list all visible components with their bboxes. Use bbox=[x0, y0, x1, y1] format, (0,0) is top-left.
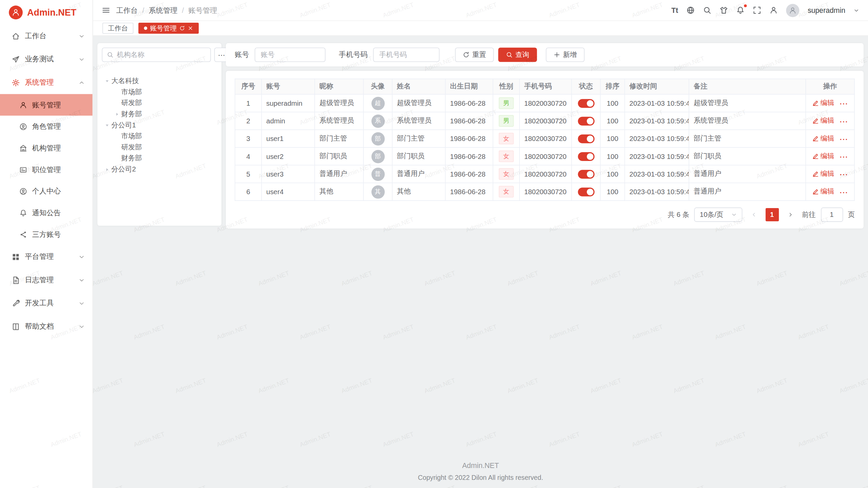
row-more-button[interactable]: ··· bbox=[840, 171, 848, 179]
user-avatar: 普 bbox=[371, 167, 384, 181]
sidebar-item-workbench[interactable]: 工作台 bbox=[0, 24, 93, 48]
row-more-button[interactable]: ··· bbox=[840, 189, 848, 197]
avatar[interactable] bbox=[786, 4, 799, 17]
org-search-input[interactable] bbox=[117, 51, 206, 59]
theme-icon[interactable] bbox=[720, 6, 728, 14]
edit-button[interactable]: 编辑 bbox=[812, 187, 834, 196]
tree-node[interactable]: 分公司1 bbox=[102, 120, 217, 131]
fullscreen-icon[interactable] bbox=[753, 6, 761, 14]
avatar-cell: 部 bbox=[363, 147, 392, 165]
close-icon[interactable] bbox=[188, 25, 193, 31]
row-more-button[interactable]: ··· bbox=[840, 118, 848, 126]
sidebar-item-help-docs[interactable]: 帮助文档 bbox=[0, 315, 93, 338]
prev-page-button[interactable] bbox=[747, 208, 760, 221]
row-more-button[interactable]: ··· bbox=[840, 136, 848, 144]
search-button[interactable]: 查询 bbox=[498, 47, 537, 62]
no-cell: 4 bbox=[235, 147, 261, 165]
language-icon[interactable] bbox=[687, 6, 695, 14]
add-button[interactable]: 新增 bbox=[546, 47, 585, 62]
logo[interactable]: Admin.NET bbox=[0, 0, 93, 24]
avatar-cell: 超 bbox=[363, 94, 392, 112]
sidebar-item-third-party-account[interactable]: 三方账号 bbox=[0, 224, 93, 245]
sidebar-item-system-management[interactable]: 系统管理 bbox=[0, 71, 93, 94]
next-page-button[interactable] bbox=[784, 208, 797, 221]
tab-account-management[interactable]: 账号管理 bbox=[138, 23, 199, 34]
tree-node-label: 市场部 bbox=[121, 131, 142, 141]
tree-node[interactable]: 市场部 bbox=[102, 130, 217, 142]
sidebar-item-log-management[interactable]: 日志管理 bbox=[0, 268, 93, 292]
sidebar-item-personal-center[interactable]: 个人中心 bbox=[0, 180, 93, 202]
breadcrumb-item-system[interactable]: 系统管理 bbox=[149, 5, 178, 15]
tab-label: 工作台 bbox=[108, 23, 128, 33]
avatar-cell: 普 bbox=[363, 165, 392, 183]
account-filter-input[interactable] bbox=[255, 47, 326, 62]
row-more-button[interactable]: ··· bbox=[840, 154, 848, 161]
menu-search-icon[interactable] bbox=[703, 6, 711, 14]
tree-node[interactable]: 研发部 bbox=[102, 142, 217, 153]
page-size-value: 10条/页 bbox=[700, 210, 723, 220]
caret-open-icon[interactable] bbox=[105, 77, 110, 85]
tree-node[interactable]: 分公司2 bbox=[102, 164, 217, 175]
sidebar-item-dev-tools[interactable]: 开发工具 bbox=[0, 291, 93, 315]
tree-node[interactable]: 财务部 bbox=[102, 153, 217, 164]
sidebar-item-org-management[interactable]: 机构管理 bbox=[0, 137, 93, 159]
status-toggle[interactable] bbox=[578, 169, 594, 178]
status-toggle[interactable] bbox=[578, 99, 594, 107]
tabs-bar: 工作台账号管理 bbox=[93, 21, 868, 36]
refresh-icon[interactable] bbox=[179, 25, 185, 31]
phone-cell: 18020030720 bbox=[519, 130, 571, 147]
tree-node-label: 市场部 bbox=[121, 87, 142, 97]
caret-closed-icon[interactable] bbox=[103, 167, 111, 172]
phone-filter-input[interactable] bbox=[373, 47, 439, 62]
row-more-button[interactable]: ··· bbox=[840, 100, 848, 108]
tree-node[interactable]: 财务部 bbox=[102, 108, 217, 120]
sidebar-item-account-management[interactable]: 账号管理 bbox=[0, 94, 93, 116]
remark-cell: 部门主管 bbox=[689, 130, 806, 147]
sidebar-item-role-management[interactable]: 角色管理 bbox=[0, 116, 93, 137]
toggle-knob bbox=[587, 135, 593, 142]
table-header-row: 序号账号昵称头像姓名出生日期性别手机号码状态排序修改时间备注操作 bbox=[235, 79, 854, 95]
name-cell: 其他 bbox=[392, 183, 446, 201]
sidebar-menu: 工作台业务测试系统管理账号管理角色管理机构管理职位管理个人中心通知公告三方账号平… bbox=[0, 24, 93, 338]
edit-button[interactable]: 编辑 bbox=[812, 116, 834, 125]
chevron-right-icon bbox=[787, 212, 793, 217]
goto-page-input[interactable] bbox=[821, 207, 843, 222]
status-toggle[interactable] bbox=[578, 117, 594, 125]
page-size-select[interactable]: 10条/页 bbox=[694, 207, 742, 222]
tab-workbench[interactable]: 工作台 bbox=[102, 23, 133, 34]
status-toggle[interactable] bbox=[578, 134, 594, 143]
tree-node[interactable]: 研发部 bbox=[102, 97, 217, 108]
edit-button[interactable]: 编辑 bbox=[812, 151, 834, 161]
edit-button[interactable]: 编辑 bbox=[812, 98, 834, 108]
logo-icon bbox=[9, 5, 23, 19]
page-1-button[interactable]: 1 bbox=[765, 208, 778, 221]
sidebar-item-business-test[interactable]: 业务测试 bbox=[0, 47, 93, 71]
caret-closed-icon[interactable] bbox=[113, 111, 121, 117]
sidebar-item-notice-announcement[interactable]: 通知公告 bbox=[0, 202, 93, 224]
sidebar-item-platform-management[interactable]: 平台管理 bbox=[0, 245, 93, 268]
notification-icon[interactable] bbox=[736, 6, 745, 14]
name-cell: 普通用户 bbox=[392, 165, 446, 183]
edit-button[interactable]: 编辑 bbox=[812, 134, 834, 143]
logo-title: Admin.NET bbox=[27, 7, 76, 17]
reset-button[interactable]: 重置 bbox=[455, 47, 494, 62]
footer: Admin.NET Copyright © 2022 Dilon All rig… bbox=[93, 462, 868, 488]
user-center-icon[interactable] bbox=[769, 6, 777, 14]
sidebar-item-label: 个人中心 bbox=[32, 186, 93, 196]
status-toggle[interactable] bbox=[578, 152, 594, 161]
sidebar-item-position-management[interactable]: 职位管理 bbox=[0, 159, 93, 181]
tree-node[interactable]: 市场部 bbox=[102, 86, 217, 98]
tree-node[interactable]: 大名科技 bbox=[102, 75, 217, 86]
table-row: 4user2部门职员部部门职员1986-06-28女18020030720100… bbox=[235, 147, 854, 165]
edit-button[interactable]: 编辑 bbox=[812, 169, 834, 179]
remark-cell: 普通用户 bbox=[689, 183, 806, 201]
breadcrumb-item-workbench[interactable]: 工作台 bbox=[116, 5, 138, 15]
status-cell bbox=[572, 147, 600, 165]
status-toggle[interactable] bbox=[578, 187, 594, 196]
caret-open-icon[interactable] bbox=[105, 121, 110, 129]
file-icon bbox=[12, 276, 20, 284]
hamburger-icon[interactable] bbox=[102, 6, 110, 14]
font-size-icon[interactable]: Tt bbox=[671, 6, 678, 14]
chevron-down-icon[interactable] bbox=[854, 7, 859, 13]
username[interactable]: superadmin bbox=[808, 6, 845, 14]
